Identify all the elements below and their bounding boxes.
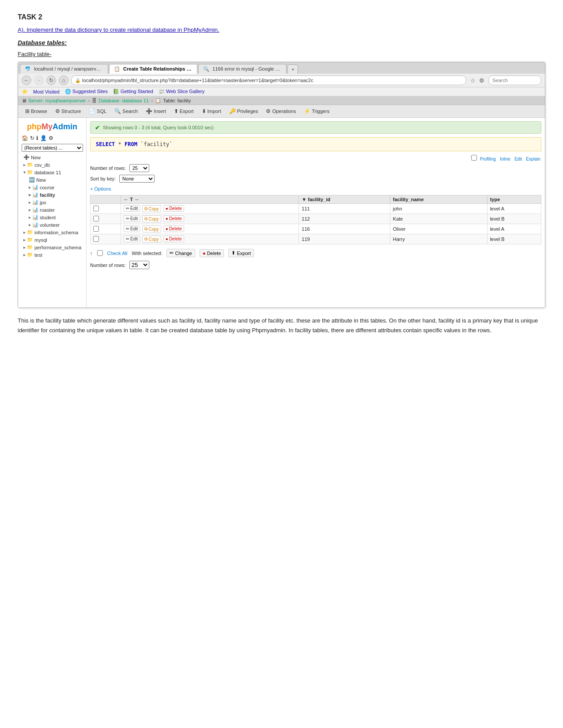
nav-left-icon[interactable]: ←	[124, 197, 128, 202]
sidebar-item-test[interactable]: ▸ 📁 test	[18, 251, 86, 259]
nav-t-icon[interactable]: T	[130, 197, 133, 202]
sidebar-item-mysql[interactable]: ▸ 📁 mysql	[18, 236, 86, 244]
profiling-checkbox[interactable]	[471, 155, 477, 161]
profiling-link[interactable]: Profiling	[480, 157, 496, 161]
student-table-icon: 📊	[32, 214, 38, 220]
tool-browse[interactable]: ⊞ Browse	[22, 107, 51, 116]
bookmark-star-icon[interactable]: ☆	[469, 76, 477, 84]
tool-sql[interactable]: 📄 SQL	[85, 107, 110, 116]
num-rows-select[interactable]: 25 50 100	[129, 164, 149, 172]
sidebar-item-volunteer[interactable]: ▸ 📊 volunteer	[29, 221, 86, 229]
bottom-num-rows-select[interactable]: 25 50 100	[129, 261, 149, 269]
copy-row-btn[interactable]: ⧉ Copy	[142, 215, 161, 222]
sidebar-item-performance-schema[interactable]: ▸ 📁 performance_schema	[18, 244, 86, 251]
breadcrumb-server[interactable]: Server: mysql\wampserver	[28, 98, 86, 103]
home-button[interactable]: ⌂	[59, 75, 68, 85]
check-all-link[interactable]: Check All	[107, 251, 128, 256]
sidebar-item-jpo[interactable]: ▸ 📊 jpo	[29, 199, 86, 206]
row-checkbox[interactable]	[93, 216, 99, 221]
sidebar-item-new[interactable]: ➕ New	[18, 154, 86, 161]
new-tab-button[interactable]: +	[287, 64, 298, 74]
bookmark-web-slice[interactable]: 📰 Web Slice Gallery	[159, 89, 204, 94]
bookmark-most-visited[interactable]: Most Visited	[33, 89, 60, 94]
tool-privileges[interactable]: 🔑 Privileges	[226, 107, 262, 116]
inline-link[interactable]: Inline	[500, 157, 510, 161]
user-icon[interactable]: 👤	[40, 135, 47, 141]
bookmark-getting-started[interactable]: 📗 Getting Started	[113, 89, 153, 94]
tool-export[interactable]: ⬆ Export	[170, 107, 197, 116]
sidebar-item-roaster[interactable]: ▸ 📊 roaster	[29, 206, 86, 214]
tab1-close[interactable]: ✕	[105, 67, 108, 71]
bookmark-suggested[interactable]: 🌐 Suggested Sites	[65, 89, 108, 94]
delete-row-btn[interactable]: ● Delete	[163, 236, 184, 242]
roaster-expand-icon: ▸	[29, 207, 31, 212]
sidebar-item-new-sub[interactable]: 🆕 New	[29, 176, 86, 184]
browser-tab-1[interactable]: 🐬 localhost / mysql / wampserver ✕	[20, 64, 108, 74]
delete-row-btn[interactable]: ● Delete	[163, 205, 184, 212]
home-icon[interactable]: 🏠	[22, 135, 28, 141]
nav-right-icon[interactable]: →	[134, 197, 139, 202]
sidebar-facility-label: facility	[40, 192, 55, 198]
options-link[interactable]: + Options	[90, 186, 541, 191]
back-button[interactable]: ←	[22, 75, 31, 85]
sidebar-item-database11[interactable]: ▾ 📁 database 11	[18, 169, 86, 176]
edit-row-btn[interactable]: ✏ Edit	[124, 225, 140, 232]
delete-row-icon: ●	[166, 206, 168, 211]
copy-row-btn[interactable]: ⧉ Copy	[142, 236, 161, 243]
pma-toolbar: ⊞ Browse ⚙ Structure 📄 SQL 🔍 Search ➕ In…	[18, 105, 545, 118]
edit-link[interactable]: Edit	[514, 157, 522, 161]
col-type-header[interactable]: type	[487, 195, 541, 204]
refresh-button[interactable]: ↻	[46, 75, 56, 85]
copy-row-btn[interactable]: ⧉ Copy	[142, 225, 161, 233]
settings-icon[interactable]: ⚙	[478, 76, 486, 84]
copy-row-btn[interactable]: ⧉ Copy	[142, 205, 161, 212]
export-footer-btn[interactable]: ⬆ Export	[228, 249, 254, 257]
result-info-text: Showing rows 0 - 3 (4 total, Query took …	[103, 125, 214, 130]
row-checkbox[interactable]	[93, 226, 99, 232]
tool-search[interactable]: 🔍 Search	[111, 107, 141, 116]
change-btn[interactable]: ✏ Change	[166, 249, 195, 257]
tool-structure[interactable]: ⚙ Structure	[52, 107, 85, 116]
address-bar[interactable]: 🔒 localhost/phpmyadmin/tbl_structure.php…	[71, 75, 466, 85]
num-rows-label: Number of rows:	[90, 165, 126, 171]
browser-tab-2[interactable]: 📋 Create Table Relationships in M... ✕	[109, 64, 197, 74]
delete-row-btn[interactable]: ● Delete	[163, 215, 184, 222]
settings-sidebar-icon[interactable]: ⚙	[49, 135, 53, 141]
mysql-folder-icon: 📁	[27, 237, 33, 243]
cell-facility-id: 112	[299, 214, 390, 224]
sidebar-item-information-schema[interactable]: ▸ 📁 information_schema	[18, 229, 86, 236]
explain-link[interactable]: Explain	[526, 157, 540, 161]
col-facility-id-header[interactable]: ▼ facility_id	[299, 195, 390, 204]
sql-keyword-select: SELECT	[96, 141, 115, 147]
recent-tables-select[interactable]: (Recent tables) ...	[22, 144, 83, 152]
row-checkbox[interactable]	[93, 206, 99, 211]
subtitle-link[interactable]: A). Implement the data dictionary to cre…	[18, 26, 545, 33]
sidebar-csv-label: csv_db	[34, 162, 50, 168]
sidebar-item-csv_db[interactable]: ▸ 📁 csv_db	[18, 161, 86, 169]
sidebar-item-facility[interactable]: ▸ 📊 facility	[29, 191, 86, 199]
edit-row-btn[interactable]: ✏ Edit	[124, 215, 140, 222]
tool-import[interactable]: ⬇ Import	[198, 107, 225, 116]
delete-row-btn[interactable]: ● Delete	[163, 225, 184, 232]
edit-row-btn[interactable]: ✏ Edit	[124, 205, 140, 212]
row-checkbox[interactable]	[93, 236, 99, 242]
sidebar-item-student[interactable]: ▸ 📊 student	[29, 214, 86, 221]
tool-insert[interactable]: ➕ Insert	[142, 107, 170, 116]
col-facility-name-header[interactable]: facility_name	[390, 195, 487, 204]
tool-triggers[interactable]: ⚡ Triggers	[300, 107, 333, 116]
reload-icon[interactable]: ↻	[30, 135, 34, 141]
search-input[interactable]	[488, 75, 541, 85]
edit-row-btn[interactable]: ✏ Edit	[124, 236, 140, 242]
tool-operations[interactable]: ⚙ Operations	[262, 107, 299, 116]
browser-tab-3[interactable]: 🔍 1166 error in mysql - Google S... ✕	[198, 64, 287, 74]
breadcrumb-database[interactable]: Database: database 11	[98, 98, 149, 103]
forward-button[interactable]: →	[34, 75, 44, 85]
sort-select[interactable]: None	[119, 175, 155, 183]
sidebar-volunteer-label: volunteer	[40, 222, 60, 228]
check-all-checkbox[interactable]	[97, 250, 103, 256]
delete-row-icon: ●	[166, 216, 168, 221]
info-icon[interactable]: ℹ	[36, 135, 38, 141]
delete-footer-btn[interactable]: ● Delete	[200, 249, 224, 257]
col-nav-header: ← T →	[121, 195, 299, 204]
sidebar-item-course[interactable]: ▸ 📊 course	[29, 184, 86, 191]
